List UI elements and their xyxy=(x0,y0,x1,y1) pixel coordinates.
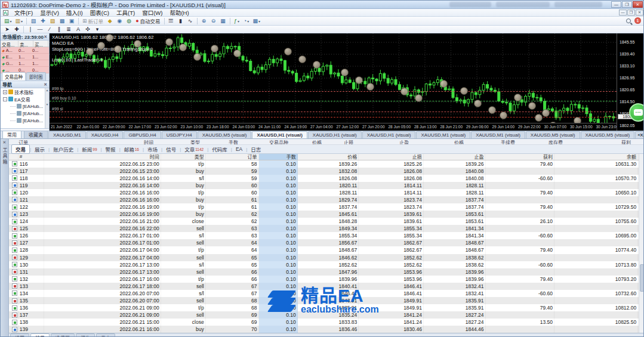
navigator-item[interactable]: +技术指标 xyxy=(1,88,49,95)
trade-marker[interactable] xyxy=(284,48,292,55)
market-watch-tab-即时图[interactable]: 即时图 xyxy=(26,72,46,81)
text-tool[interactable]: A xyxy=(74,26,82,33)
search-icon[interactable] xyxy=(626,18,631,23)
trendline-tool[interactable]: ∕ xyxy=(45,26,54,33)
table-row[interactable]: 1292022.06.17 04:00sell650.101846.621852… xyxy=(9,254,644,261)
trade-marker[interactable] xyxy=(165,38,173,46)
metaeditor-button[interactable]: ◆ xyxy=(106,17,114,25)
tester-tab-日志[interactable]: 日志 xyxy=(96,333,115,337)
chart-tab-4[interactable]: USDJPY,H4 xyxy=(162,131,197,138)
tab-scroll-arrows[interactable]: ◂ ▸ xyxy=(637,132,643,137)
table-row[interactable]: 1232022.06.16 19:00buy620.101845.611839.… xyxy=(9,211,644,218)
navigator-tab-常用[interactable]: 常用 xyxy=(2,131,21,138)
zoom-in-button[interactable]: ⊕ xyxy=(200,17,208,25)
autotrading-button[interactable]: ●自动交易 xyxy=(134,17,161,25)
shapes-dropdown[interactable]: ▾ xyxy=(93,26,101,33)
navigator-item[interactable]: [EAHub... xyxy=(1,110,49,117)
candle-chart-button[interactable]: ▮ xyxy=(177,17,185,25)
templates-button[interactable]: ▩▾ xyxy=(252,17,262,25)
objects-list-button[interactable]: ▨ xyxy=(48,17,57,25)
trade-marker[interactable] xyxy=(542,109,550,117)
trade-marker[interactable] xyxy=(400,88,408,95)
history-column-止盈[interactable]: 止盈 xyxy=(424,154,486,160)
market-watch-row[interactable]: ◆G...1...1... xyxy=(1,60,49,67)
bar-chart-button[interactable]: 𝍣 xyxy=(167,17,175,25)
time-axis[interactable]: 21 Jun 202222 Jun 01:0022 Jun 09:0022 Ju… xyxy=(50,123,617,131)
tester-tab-报告[interactable]: 报告 xyxy=(76,333,95,337)
order-line[interactable]: #99 sl xyxy=(50,112,617,112)
navigator-item[interactable]: [EAHub... xyxy=(1,117,49,124)
mw-column-1[interactable]: 交易... xyxy=(1,41,19,47)
history-column-#[interactable]: # xyxy=(19,154,44,160)
history-column-获利[interactable]: 获利 xyxy=(485,154,554,160)
navigator-scrollbar[interactable]: ▲▼ xyxy=(45,88,49,128)
toolbox-tab-代码库[interactable]: 代码库 xyxy=(208,145,231,153)
preview-button[interactable]: ▣ xyxy=(67,17,76,25)
chart-tab-12[interactable]: XAUUSD,M5 (visual) xyxy=(581,131,635,138)
hline-tool[interactable]: — xyxy=(36,26,44,33)
table-row[interactable]: 1352022.06.20 07:00sell680.101843.911849… xyxy=(9,297,644,304)
trade-marker[interactable] xyxy=(341,69,349,76)
market-watch-tab-交易品种[interactable]: 交易品种 xyxy=(2,72,26,81)
toolbox-tab-展示[interactable]: 展示 xyxy=(31,145,48,153)
table-row[interactable]: 1382022.06.21 15:00close690.101833.83184… xyxy=(9,319,644,326)
trade-marker[interactable] xyxy=(535,114,543,122)
trade-marker[interactable] xyxy=(514,94,522,101)
navigator-item[interactable]: -EA交易 xyxy=(1,95,49,103)
trade-marker[interactable] xyxy=(97,42,105,50)
trade-marker[interactable] xyxy=(106,34,113,42)
community-button[interactable]: ◉ xyxy=(115,17,124,25)
table-row[interactable]: 1322022.06.17 16:00t/p660.101839.961853.… xyxy=(9,276,644,283)
trade-marker[interactable] xyxy=(134,40,141,48)
close-button[interactable]: ✕ xyxy=(633,1,643,8)
toolbox-tab-账户历史[interactable]: 账户历史 xyxy=(50,145,77,153)
trade-marker[interactable] xyxy=(233,50,241,57)
web-terminal-button[interactable]: ◍ xyxy=(125,17,133,25)
chart-plot[interactable]: XAUUSD,H1 1806.62 1806.62 1806.62 1806.6… xyxy=(50,33,617,123)
table-row[interactable]: 1312022.06.17 13:00sell660.101847.961853… xyxy=(9,268,644,276)
trade-marker[interactable] xyxy=(574,117,581,123)
history-column-类型[interactable]: 类型 xyxy=(161,154,206,160)
toolbox-tab-文章[interactable]: 文章1142 xyxy=(181,145,207,153)
tester-tab-结果[interactable]: 结果 xyxy=(30,333,50,337)
trade-marker[interactable] xyxy=(366,83,374,91)
table-row[interactable]: 1302022.06.17 13:00s/l650.101852.621852.… xyxy=(9,261,644,268)
table-row[interactable]: 1172022.06.15 23:00buy590.101832.081826.… xyxy=(9,168,644,175)
menu-item-7[interactable]: 帮助(H) xyxy=(166,8,192,17)
table-row[interactable]: 1342022.06.20 07:00s/l670.101846.411846.… xyxy=(9,290,644,297)
menu-item-6[interactable]: 窗口(W) xyxy=(138,8,166,17)
toolbox-tab-日志[interactable]: 日志 xyxy=(247,145,264,153)
table-row[interactable]: 1362022.06.21 09:00t/p680.101835.911849.… xyxy=(9,304,644,311)
table-row[interactable]: 1212022.06.16 16:00buy610.101829.741823.… xyxy=(9,196,644,203)
market-watch-row[interactable]: ◆A...0...0... xyxy=(1,47,49,54)
table-row[interactable]: 1222022.06.16 19:00t/p610.101837.741823.… xyxy=(9,203,644,211)
table-row[interactable]: 1282022.06.17 04:00t/p640.101848.671862.… xyxy=(9,246,644,253)
toolbox-tab-警报[interactable]: 警报 xyxy=(102,145,119,153)
chart-tab-3[interactable]: GBPUSD,H4 xyxy=(124,131,161,138)
chart-tab-10[interactable]: XAUUSD,M1 (visual) xyxy=(471,131,525,138)
profiles-button[interactable]: ▥▾ xyxy=(14,17,24,25)
toolbox-tab-信号[interactable]: 信号 xyxy=(162,145,180,153)
table-row[interactable]: 1272022.06.17 01:00sell640.101856.671862… xyxy=(9,239,644,246)
toolbox-tab-邮箱[interactable]: 邮箱16 xyxy=(121,145,143,153)
vline-tool[interactable]: | xyxy=(26,26,35,33)
crosshair-mode-button[interactable]: ✚ xyxy=(39,17,47,25)
chart-tab-5[interactable]: XAUUSD,M5 (visual) xyxy=(198,131,252,138)
chart-tab-6[interactable]: XAUUSD,H1 (visual) xyxy=(252,131,307,138)
history-column-余额[interactable]: 余额 xyxy=(554,154,638,160)
market-watch-row[interactable]: ◆E...1...1... xyxy=(1,54,49,60)
arrange-windows-button[interactable]: ▦ xyxy=(219,17,227,25)
chart-tab-9[interactable]: XAUUSD,M1 (visual) xyxy=(416,131,470,138)
chart-tab-8[interactable]: XAUUSD,H1 (visual) xyxy=(362,131,416,138)
menu-item-1[interactable]: 文件(F) xyxy=(11,8,36,17)
close-icon[interactable]: ✕ xyxy=(3,140,7,145)
line-chart-button[interactable]: ∿ xyxy=(186,17,195,25)
chart-minimize-button[interactable]: — xyxy=(619,10,627,16)
chat-widget-badge[interactable]: ••• xyxy=(629,103,644,122)
history-column-时间[interactable]: 时间 xyxy=(44,154,161,160)
table-row[interactable]: 1242022.06.16 21:00close620.101848.28183… xyxy=(9,218,644,225)
mw-column-2[interactable]: 卖... xyxy=(19,41,33,47)
table-row[interactable]: 1192022.06.16 14:00buy600.101820.111814.… xyxy=(9,182,644,189)
close-icon[interactable]: ✕ xyxy=(44,35,47,39)
trade-marker[interactable] xyxy=(474,100,482,107)
